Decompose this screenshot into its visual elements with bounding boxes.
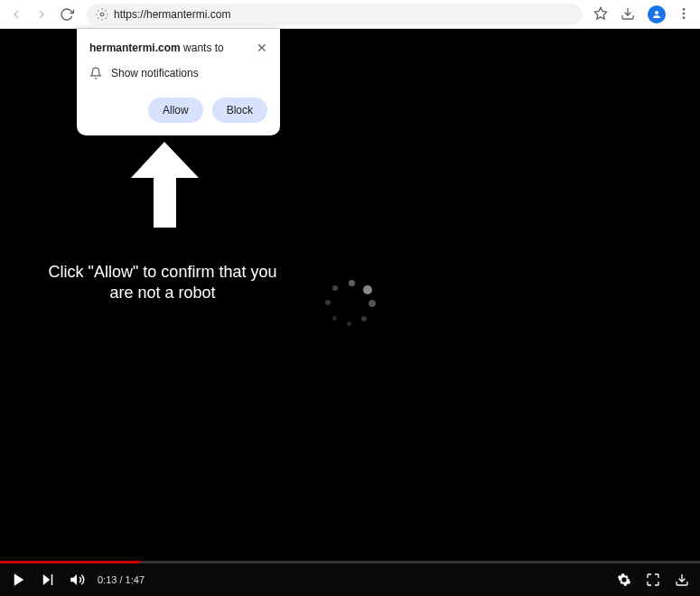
dialog-title: hermantermi.com wants to <box>89 42 224 54</box>
download-video-button[interactable] <box>675 573 689 587</box>
next-button[interactable] <box>40 572 56 588</box>
back-button[interactable] <box>7 5 25 23</box>
site-settings-icon <box>96 8 108 21</box>
svg-marker-11 <box>70 574 77 585</box>
volume-button[interactable] <box>69 572 85 588</box>
video-time: 0:13 / 1:47 <box>98 574 145 585</box>
loading-spinner <box>325 280 379 334</box>
svg-marker-8 <box>14 573 24 586</box>
close-button[interactable]: ✕ <box>257 42 267 54</box>
dialog-domain: hermantermi.com <box>89 42 181 54</box>
notification-label: Show notifications <box>111 67 199 79</box>
bell-icon <box>89 67 102 79</box>
allow-button[interactable]: Allow <box>148 98 203 123</box>
svg-point-4 <box>683 8 686 11</box>
url-text: https://hermantermi.com <box>114 8 230 21</box>
forward-button[interactable] <box>33 5 51 23</box>
dialog-header: hermantermi.com wants to ✕ <box>89 42 267 54</box>
toolbar-right <box>593 5 693 23</box>
svg-marker-7 <box>131 142 199 228</box>
svg-point-0 <box>100 13 104 16</box>
dialog-body: Show notifications <box>89 67 267 79</box>
browser-toolbar: https://hermantermi.com <box>0 0 700 29</box>
svg-point-6 <box>683 16 686 19</box>
svg-point-5 <box>683 12 686 14</box>
time-separator: / <box>117 574 125 585</box>
play-button[interactable] <box>11 572 27 588</box>
settings-button[interactable] <box>617 573 631 587</box>
video-controls-right <box>617 573 689 587</box>
svg-rect-10 <box>51 574 53 585</box>
dialog-wants-to: wants to <box>181 42 224 54</box>
svg-marker-9 <box>43 574 51 585</box>
instruction-text: Click "Allow" to confirm that you are no… <box>45 262 280 304</box>
svg-point-3 <box>655 11 658 14</box>
menu-icon[interactable] <box>677 6 693 23</box>
page-content: hermantermi.com wants to ✕ Show notifica… <box>0 29 700 596</box>
block-button[interactable]: Block <box>212 98 267 123</box>
profile-button[interactable] <box>648 5 666 23</box>
current-time: 0:13 <box>98 574 117 585</box>
download-icon[interactable] <box>621 6 637 23</box>
notification-permission-dialog: hermantermi.com wants to ✕ Show notifica… <box>77 29 280 135</box>
duration: 1:47 <box>126 574 145 585</box>
arrow-up-icon <box>126 142 203 228</box>
bookmark-icon[interactable] <box>593 6 610 23</box>
address-bar[interactable]: https://hermantermi.com <box>87 4 583 25</box>
video-controls: 0:13 / 1:47 <box>0 563 700 596</box>
reload-button[interactable] <box>58 5 76 23</box>
fullscreen-button[interactable] <box>646 573 660 587</box>
dialog-actions: Allow Block <box>89 98 267 123</box>
svg-marker-1 <box>594 7 606 19</box>
